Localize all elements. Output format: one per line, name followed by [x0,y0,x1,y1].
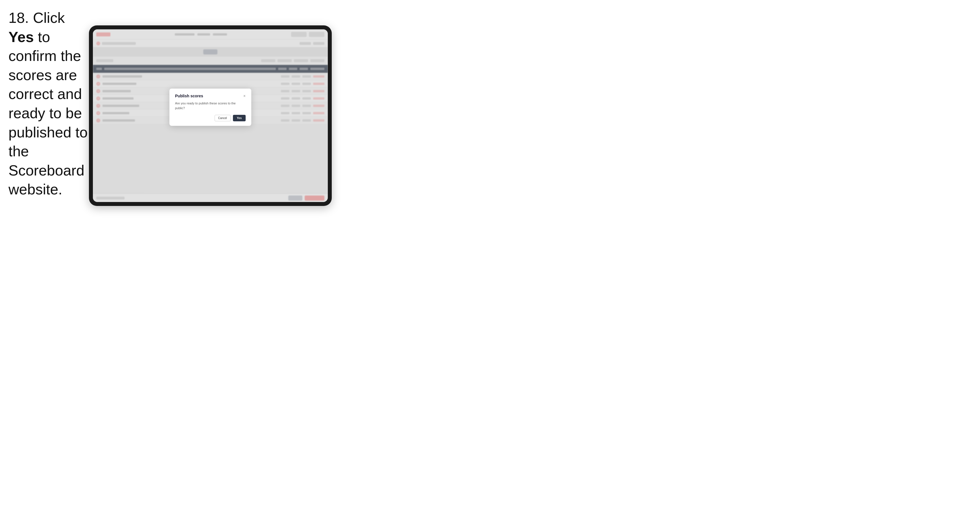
dialog-overlay: Publish scores × Are you ready to publis… [93,29,328,202]
tablet-device: 1 2 3 4 [89,25,332,206]
instruction-text: 18. Click Yes to confirm the scores are … [8,8,90,199]
tablet-screen: 1 2 3 4 [93,29,328,202]
yes-button[interactable]: Yes [233,115,246,121]
publish-scores-dialog: Publish scores × Are you ready to publis… [169,89,251,126]
close-icon[interactable]: × [243,94,246,98]
dialog-title: Publish scores [175,94,203,98]
dialog-actions: Cancel Yes [175,115,246,121]
cancel-button[interactable]: Cancel [215,115,231,121]
dialog-body-text: Are you ready to publish these scores to… [175,101,246,110]
